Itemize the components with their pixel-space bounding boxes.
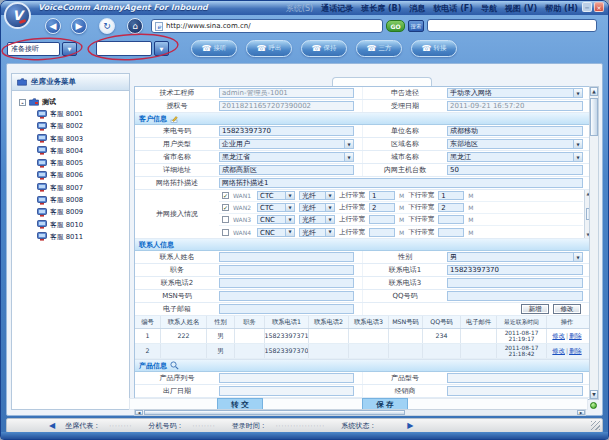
qq-input[interactable] (447, 291, 583, 301)
delete-link[interactable]: 删除 (569, 333, 582, 340)
back-button[interactable]: ◀ (45, 18, 61, 34)
call-button[interactable]: ☎ 接听 (191, 40, 237, 57)
caller-number-input[interactable]: 15823397370 (219, 126, 354, 136)
chevron-down-icon[interactable]: ▼ (285, 216, 294, 223)
address-bar[interactable]: e http://www.sina.com.cn/ (151, 19, 383, 33)
chevron-down-icon[interactable]: ▼ (154, 41, 169, 56)
call-button[interactable]: ☎ 保持 (301, 40, 347, 57)
isp-select[interactable]: CTC▼ (257, 191, 295, 200)
scroll-thumb[interactable] (590, 98, 598, 136)
collapse-icon[interactable]: - (19, 99, 26, 106)
upload-bandwidth-input[interactable]: 2 (369, 203, 395, 212)
isp-select[interactable]: CNC▼ (257, 228, 295, 237)
factory-date-input[interactable] (219, 386, 354, 396)
minimize-button[interactable]: ─ (582, 2, 592, 12)
search-input[interactable] (427, 19, 597, 32)
chevron-down-icon[interactable]: ▼ (285, 192, 294, 199)
phone2-input[interactable] (219, 278, 354, 288)
form-vertical-scrollbar[interactable]: ▲ ▼ (589, 86, 599, 400)
topology-input[interactable]: 网络拓扑描述1 (219, 178, 583, 188)
sidebar-item-agent[interactable]: 客服 8003 (37, 135, 129, 143)
media-select[interactable]: 光纤▼ (299, 191, 335, 200)
home-button[interactable]: ⌂ (127, 18, 143, 34)
chevron-down-icon[interactable]: ▼ (325, 216, 334, 223)
accept-date-input[interactable]: 2011-09-21 16:57:20 (447, 101, 583, 111)
modify-contact-button[interactable]: 修改 (553, 304, 581, 314)
menu-item[interactable]: 视图 (V) (505, 3, 537, 14)
download-bandwidth-input[interactable] (438, 215, 464, 224)
media-select[interactable]: 光纤▼ (299, 203, 335, 212)
close-button[interactable]: × (594, 2, 604, 12)
scroll-up-icon[interactable]: ▲ (590, 87, 598, 96)
wan-checkbox[interactable]: ✓ (222, 204, 229, 211)
sidebar-item-agent[interactable]: 客服 8001 (37, 110, 129, 118)
engineer-input[interactable]: admin-管理员-1001 (219, 88, 354, 98)
call-button[interactable]: ☎ 呼出 (246, 40, 292, 57)
delete-link[interactable]: 删除 (569, 348, 582, 355)
sidebar-item-agent[interactable]: 客服 8008 (37, 196, 129, 204)
company-input[interactable]: 成都移动 (447, 126, 583, 136)
sidebar-item-agent[interactable]: 客服 8009 (37, 208, 129, 216)
menu-item[interactable]: 帮助 (H) (545, 3, 578, 14)
chevron-down-icon[interactable]: ▼ (573, 153, 582, 161)
chevron-down-icon[interactable]: ▼ (285, 229, 294, 236)
address-input[interactable]: 成都高新区 (219, 165, 354, 175)
download-bandwidth-input[interactable]: 2 (438, 203, 464, 212)
product-model-input[interactable] (447, 373, 583, 383)
wan-checkbox[interactable]: ✓ (222, 216, 229, 223)
chevron-down-icon[interactable]: ▼ (325, 192, 334, 199)
resize-grip[interactable] (591, 421, 600, 430)
call-button[interactable]: ☎ 三方 (356, 40, 402, 57)
sidebar-item-agent[interactable]: 客服 8011 (37, 233, 129, 241)
city-select[interactable]: 黑龙江▼ (447, 152, 583, 162)
download-bandwidth-input[interactable]: 1 (438, 191, 464, 200)
chevron-down-icon[interactable]: ▼ (62, 42, 77, 56)
table-row[interactable]: 1 222 男 15823397371 234 2011-08-17 21:19… (135, 329, 591, 344)
sidebar-item-agent[interactable]: 客服 8010 (37, 221, 129, 229)
host-count-input[interactable]: 50 (447, 165, 583, 175)
gender-select[interactable]: 男▼ (447, 252, 583, 262)
sidebar-item-agent[interactable]: 客服 8002 (37, 122, 129, 130)
edit-link[interactable]: 修改 (552, 348, 565, 355)
province-select[interactable]: 黑龙江省▼ (219, 152, 354, 162)
form-horizontal-scrollbar[interactable]: ◀ ▶ (134, 409, 586, 416)
chevron-down-icon[interactable]: ▼ (325, 229, 334, 236)
email-input[interactable] (219, 304, 354, 314)
forward-button[interactable]: ▶ (71, 18, 87, 34)
menu-item[interactable]: 消息 (409, 3, 425, 14)
chevron-down-icon[interactable]: ▼ (285, 204, 294, 211)
msn-input[interactable] (219, 291, 354, 301)
edit-link[interactable]: 修改 (552, 333, 565, 340)
extension-select[interactable] (96, 41, 152, 56)
phone1-input[interactable]: 15823397370 (447, 265, 583, 275)
scroll-thumb[interactable] (144, 410, 405, 415)
menu-item[interactable]: 通话记录 (321, 3, 353, 14)
job-title-input[interactable] (219, 265, 354, 275)
isp-select[interactable]: CTC▼ (257, 203, 295, 212)
tree-group-node[interactable]: - 测试 (19, 97, 129, 107)
menu-item[interactable]: 班长席 (B) (361, 3, 401, 14)
sidebar-item-agent[interactable]: 客服 8005 (37, 159, 129, 167)
chevron-down-icon[interactable]: ▼ (344, 153, 353, 161)
call-button[interactable]: ☎ 转接 (411, 40, 457, 57)
chevron-down-icon[interactable]: ▼ (573, 140, 582, 148)
channel-select[interactable]: 手动录入网络▼ (447, 88, 583, 98)
menu-item[interactable]: 软电话 (F) (433, 3, 473, 14)
scroll-right-icon[interactable]: ▶ (577, 410, 585, 415)
magnifier-icon[interactable] (170, 361, 179, 370)
sidebar-item-agent[interactable]: 客服 8004 (37, 147, 129, 155)
download-bandwidth-input[interactable] (438, 228, 464, 237)
chevron-down-icon[interactable]: ▼ (325, 204, 334, 211)
chevron-down-icon[interactable]: ▼ (573, 253, 582, 261)
menu-item-system[interactable]: 系统(S) (286, 3, 313, 14)
sidebar-item-agent[interactable]: 客服 8006 (37, 171, 129, 179)
scroll-left-icon[interactable]: ◀ (135, 410, 143, 415)
product-serial-input[interactable] (219, 373, 354, 383)
dealer-input[interactable] (447, 386, 583, 396)
media-select[interactable]: 光纤▼ (299, 215, 335, 224)
chevron-down-icon[interactable]: ▼ (573, 89, 582, 97)
wan-checkbox[interactable]: ✓ (222, 192, 229, 199)
search-button[interactable]: 搜索 (408, 20, 424, 32)
upload-bandwidth-input[interactable] (369, 228, 395, 237)
auth-number-input[interactable]: 20118211657207390002 (219, 101, 354, 111)
